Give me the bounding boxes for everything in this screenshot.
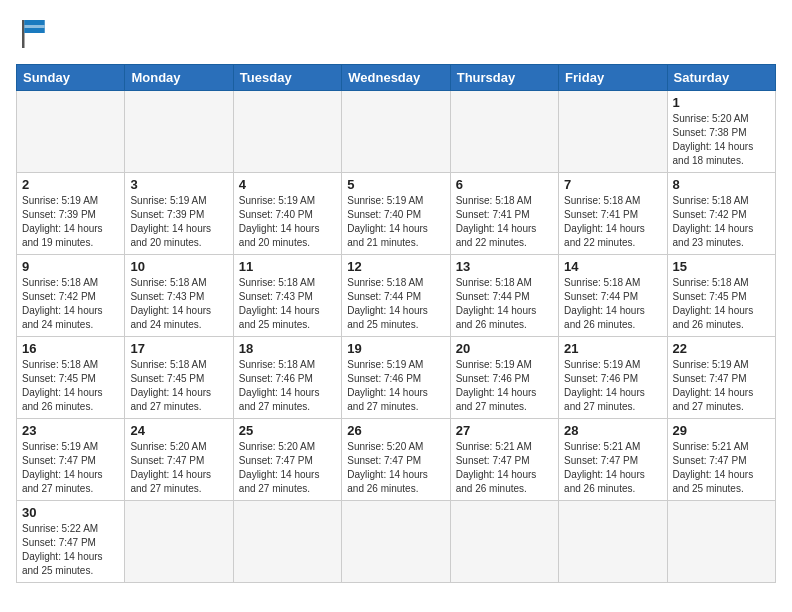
calendar-cell xyxy=(125,501,233,583)
daylight-text: Daylight: 14 hours and 22 minutes. xyxy=(456,223,537,248)
sunrise-text: Sunrise: 5:19 AM xyxy=(564,359,640,370)
calendar-cell: 21Sunrise: 5:19 AMSunset: 7:46 PMDayligh… xyxy=(559,337,667,419)
day-number: 20 xyxy=(456,341,553,356)
sunrise-text: Sunrise: 5:18 AM xyxy=(564,277,640,288)
day-info: Sunrise: 5:22 AMSunset: 7:47 PMDaylight:… xyxy=(22,522,119,578)
calendar-cell: 8Sunrise: 5:18 AMSunset: 7:42 PMDaylight… xyxy=(667,173,775,255)
calendar-cell: 17Sunrise: 5:18 AMSunset: 7:45 PMDayligh… xyxy=(125,337,233,419)
day-info: Sunrise: 5:19 AMSunset: 7:40 PMDaylight:… xyxy=(347,194,444,250)
daylight-text: Daylight: 14 hours and 18 minutes. xyxy=(673,141,754,166)
calendar-cell xyxy=(450,501,558,583)
day-info: Sunrise: 5:18 AMSunset: 7:44 PMDaylight:… xyxy=(456,276,553,332)
page: SundayMondayTuesdayWednesdayThursdayFrid… xyxy=(0,0,792,593)
day-info: Sunrise: 5:20 AMSunset: 7:47 PMDaylight:… xyxy=(239,440,336,496)
weekday-header-thursday: Thursday xyxy=(450,65,558,91)
weekday-header-saturday: Saturday xyxy=(667,65,775,91)
calendar-week-3: 9Sunrise: 5:18 AMSunset: 7:42 PMDaylight… xyxy=(17,255,776,337)
weekday-header-sunday: Sunday xyxy=(17,65,125,91)
calendar-week-1: 1Sunrise: 5:20 AMSunset: 7:38 PMDaylight… xyxy=(17,91,776,173)
day-info: Sunrise: 5:18 AMSunset: 7:44 PMDaylight:… xyxy=(564,276,661,332)
sunset-text: Sunset: 7:40 PM xyxy=(347,209,421,220)
sunset-text: Sunset: 7:45 PM xyxy=(130,373,204,384)
day-info: Sunrise: 5:19 AMSunset: 7:47 PMDaylight:… xyxy=(673,358,770,414)
calendar-cell: 29Sunrise: 5:21 AMSunset: 7:47 PMDayligh… xyxy=(667,419,775,501)
day-info: Sunrise: 5:18 AMSunset: 7:44 PMDaylight:… xyxy=(347,276,444,332)
day-info: Sunrise: 5:18 AMSunset: 7:43 PMDaylight:… xyxy=(130,276,227,332)
sunset-text: Sunset: 7:40 PM xyxy=(239,209,313,220)
day-info: Sunrise: 5:19 AMSunset: 7:46 PMDaylight:… xyxy=(564,358,661,414)
calendar-cell xyxy=(342,501,450,583)
sunset-text: Sunset: 7:43 PM xyxy=(239,291,313,302)
weekday-header-friday: Friday xyxy=(559,65,667,91)
calendar-cell xyxy=(125,91,233,173)
day-number: 16 xyxy=(22,341,119,356)
day-number: 17 xyxy=(130,341,227,356)
day-number: 21 xyxy=(564,341,661,356)
calendar-cell: 15Sunrise: 5:18 AMSunset: 7:45 PMDayligh… xyxy=(667,255,775,337)
sunrise-text: Sunrise: 5:19 AM xyxy=(22,441,98,452)
sunrise-text: Sunrise: 5:18 AM xyxy=(239,359,315,370)
sunset-text: Sunset: 7:38 PM xyxy=(673,127,747,138)
day-number: 3 xyxy=(130,177,227,192)
svg-rect-0 xyxy=(22,20,25,48)
day-info: Sunrise: 5:18 AMSunset: 7:42 PMDaylight:… xyxy=(22,276,119,332)
daylight-text: Daylight: 14 hours and 24 minutes. xyxy=(22,305,103,330)
calendar-cell: 11Sunrise: 5:18 AMSunset: 7:43 PMDayligh… xyxy=(233,255,341,337)
daylight-text: Daylight: 14 hours and 27 minutes. xyxy=(130,387,211,412)
sunset-text: Sunset: 7:47 PM xyxy=(673,455,747,466)
day-number: 5 xyxy=(347,177,444,192)
calendar-cell: 3Sunrise: 5:19 AMSunset: 7:39 PMDaylight… xyxy=(125,173,233,255)
sunrise-text: Sunrise: 5:18 AM xyxy=(130,277,206,288)
sunrise-text: Sunrise: 5:18 AM xyxy=(22,359,98,370)
sunset-text: Sunset: 7:47 PM xyxy=(347,455,421,466)
sunset-text: Sunset: 7:47 PM xyxy=(22,537,96,548)
day-info: Sunrise: 5:20 AMSunset: 7:47 PMDaylight:… xyxy=(130,440,227,496)
sunrise-text: Sunrise: 5:18 AM xyxy=(456,195,532,206)
sunrise-text: Sunrise: 5:18 AM xyxy=(130,359,206,370)
sunrise-text: Sunrise: 5:20 AM xyxy=(673,113,749,124)
sunrise-text: Sunrise: 5:19 AM xyxy=(130,195,206,206)
calendar-cell xyxy=(667,501,775,583)
day-number: 1 xyxy=(673,95,770,110)
day-number: 8 xyxy=(673,177,770,192)
calendar-table: SundayMondayTuesdayWednesdayThursdayFrid… xyxy=(16,64,776,583)
sunrise-text: Sunrise: 5:21 AM xyxy=(673,441,749,452)
sunrise-text: Sunrise: 5:19 AM xyxy=(347,359,423,370)
sunset-text: Sunset: 7:47 PM xyxy=(564,455,638,466)
sunset-text: Sunset: 7:47 PM xyxy=(456,455,530,466)
daylight-text: Daylight: 14 hours and 22 minutes. xyxy=(564,223,645,248)
daylight-text: Daylight: 14 hours and 26 minutes. xyxy=(456,305,537,330)
day-number: 29 xyxy=(673,423,770,438)
logo-icon xyxy=(16,16,64,52)
daylight-text: Daylight: 14 hours and 26 minutes. xyxy=(347,469,428,494)
sunrise-text: Sunrise: 5:18 AM xyxy=(564,195,640,206)
calendar-cell: 9Sunrise: 5:18 AMSunset: 7:42 PMDaylight… xyxy=(17,255,125,337)
sunset-text: Sunset: 7:44 PM xyxy=(456,291,530,302)
day-info: Sunrise: 5:21 AMSunset: 7:47 PMDaylight:… xyxy=(456,440,553,496)
sunrise-text: Sunrise: 5:18 AM xyxy=(22,277,98,288)
day-number: 7 xyxy=(564,177,661,192)
daylight-text: Daylight: 14 hours and 26 minutes. xyxy=(673,305,754,330)
day-info: Sunrise: 5:18 AMSunset: 7:45 PMDaylight:… xyxy=(22,358,119,414)
calendar-cell: 26Sunrise: 5:20 AMSunset: 7:47 PMDayligh… xyxy=(342,419,450,501)
calendar-cell: 25Sunrise: 5:20 AMSunset: 7:47 PMDayligh… xyxy=(233,419,341,501)
day-number: 12 xyxy=(347,259,444,274)
calendar-cell: 16Sunrise: 5:18 AMSunset: 7:45 PMDayligh… xyxy=(17,337,125,419)
daylight-text: Daylight: 14 hours and 25 minutes. xyxy=(347,305,428,330)
sunset-text: Sunset: 7:45 PM xyxy=(22,373,96,384)
daylight-text: Daylight: 14 hours and 25 minutes. xyxy=(673,469,754,494)
daylight-text: Daylight: 14 hours and 27 minutes. xyxy=(130,469,211,494)
sunset-text: Sunset: 7:43 PM xyxy=(130,291,204,302)
sunset-text: Sunset: 7:44 PM xyxy=(347,291,421,302)
day-number: 28 xyxy=(564,423,661,438)
daylight-text: Daylight: 14 hours and 27 minutes. xyxy=(456,387,537,412)
day-number: 19 xyxy=(347,341,444,356)
daylight-text: Daylight: 14 hours and 19 minutes. xyxy=(22,223,103,248)
calendar-cell xyxy=(17,91,125,173)
day-info: Sunrise: 5:19 AMSunset: 7:46 PMDaylight:… xyxy=(347,358,444,414)
sunrise-text: Sunrise: 5:19 AM xyxy=(22,195,98,206)
sunset-text: Sunset: 7:44 PM xyxy=(564,291,638,302)
calendar-week-5: 23Sunrise: 5:19 AMSunset: 7:47 PMDayligh… xyxy=(17,419,776,501)
day-number: 23 xyxy=(22,423,119,438)
daylight-text: Daylight: 14 hours and 26 minutes. xyxy=(564,305,645,330)
